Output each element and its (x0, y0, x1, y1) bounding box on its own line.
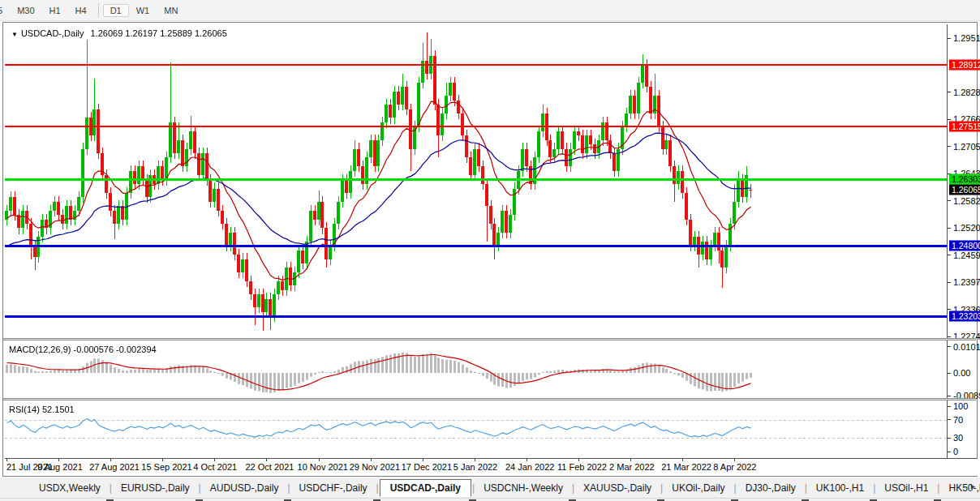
price-axis-tick (948, 336, 951, 337)
rsi-tick-label: 0 (953, 447, 958, 456)
chart-tab-eurusd[interactable]: EURUSD-,Daily (113, 480, 198, 496)
date-tick-label: 10 Nov 2021 (298, 462, 348, 472)
timeframe-button-m30[interactable]: M30 (10, 4, 41, 17)
rsi-value: 52.1501 (42, 405, 75, 414)
rsi-tick-label: 30 (953, 433, 963, 443)
chart-tab-usdcnh[interactable]: USDCNH-,Weekly (475, 480, 571, 496)
price-tick-label: 1.29510 (953, 33, 980, 43)
price-tick-label: 1.23975 (953, 277, 980, 287)
chart-tab-uk100[interactable]: UK100-,H1 (808, 480, 872, 496)
date-tick-label: 9 Aug 2021 (37, 462, 83, 472)
chart-tab-ukoil[interactable]: UKOil-,Daily (664, 480, 733, 496)
date-axis-tick (423, 459, 423, 461)
date-tick-label: 4 Oct 2021 (193, 462, 237, 472)
macd-name: MACD(12,26,9) (9, 345, 71, 354)
date-axis-tick (319, 459, 320, 461)
macd-indicator-label: MACD(12,26,9) -0.000576 -0.002394 (9, 345, 157, 354)
rsi-tick-label: 70 (953, 415, 963, 425)
date-axis-tick (162, 459, 163, 461)
timeframe-toolbar: 5M30H1H4D1W1MN (0, 0, 980, 21)
symbol-dropdown-icon[interactable]: ▼ (11, 31, 18, 38)
macd-axis-tick (948, 346, 951, 347)
macd-tick-label: 0.00 (953, 368, 970, 378)
date-axis-tick (110, 459, 111, 461)
date-tick-label: 27 Aug 2021 (89, 462, 140, 472)
chart-tab-usoil[interactable]: USOil-,H1 (876, 480, 936, 496)
timeframe-button-w1[interactable]: W1 (129, 4, 157, 17)
date-axis-tick (58, 459, 59, 461)
date-tick-label: 22 Oct 2021 (245, 462, 294, 472)
chart-tab-dj30[interactable]: DJ30-,Daily (737, 480, 804, 496)
chart-tab-usdcad[interactable]: USDCAD-,Daily (380, 479, 471, 497)
rsi-axis-tick (948, 438, 951, 439)
date-tick-label: 2 Mar 2022 (609, 462, 655, 472)
rsi-pane-splitter[interactable] (3, 398, 976, 400)
macd-pane-splitter[interactable] (3, 338, 976, 340)
chart-tab-usdx[interactable]: USDX,Weekly (31, 480, 109, 496)
date-tick-label: 29 Nov 2021 (350, 462, 400, 472)
price-badge-resistance-upper: 1.28912 (949, 59, 980, 70)
price-tick-label: 1.28280 (953, 88, 980, 97)
price-badge-current-price: 1.26065 (949, 185, 980, 195)
date-tick-label: 11 Feb 2022 (557, 462, 607, 472)
tab-scroll-right-icon[interactable]: ► (969, 482, 977, 490)
chart-tab-xauusd[interactable]: XAUUSD-,Daily (575, 480, 660, 496)
timeframe-button-5[interactable]: 5 (0, 4, 10, 17)
rsi-indicator-label: RSI(14) 52.1501 (9, 405, 75, 414)
rsi-axis-tick (948, 419, 951, 420)
price-axis-tick (948, 282, 951, 283)
date-tick-label: 24 Jan 2022 (505, 462, 555, 472)
date-axis-tick (734, 459, 735, 461)
date-axis-tick (682, 459, 683, 461)
date-axis-tick (527, 459, 527, 461)
date-axis-tick (214, 459, 215, 461)
date-axis-tick (578, 459, 579, 461)
rsi-tick-label: 100 (953, 401, 968, 411)
price-badge-resistance-lower: 1.27515 (949, 121, 980, 131)
date-tick-label: 8 Apr 2022 (713, 462, 756, 472)
price-axis-tick (948, 309, 951, 310)
price-axis-tick (948, 228, 951, 229)
mt4-terminal: 5M30H1H4D1W1MN ▼USDCAD-,Daily1.26069 1.2… (0, 0, 980, 501)
price-tick-label: 1.24590 (953, 250, 980, 260)
price-axis-tick (948, 92, 951, 92)
date-axis[interactable]: 21 Jul 20219 Aug 202127 Aug 202115 Sep 2… (5, 458, 978, 476)
chart-tab-audusd[interactable]: AUDUSD-,Daily (202, 480, 287, 496)
rsi-axis-tick (948, 406, 951, 407)
price-chart-canvas[interactable] (5, 24, 947, 458)
price-axis-tick (948, 255, 951, 255)
date-axis-tick (371, 459, 372, 461)
rsi-axis-tick (948, 452, 951, 452)
timeframe-button-mn[interactable]: MN (157, 4, 185, 17)
date-axis-tick (475, 459, 475, 461)
macd-axis-tick (948, 396, 951, 396)
macd-tick-label: 0.010127 (953, 342, 980, 352)
price-badge-support-lower: 1.23203 (949, 311, 980, 322)
date-axis-tick (266, 459, 267, 461)
price-axis-tick (948, 200, 951, 201)
date-axis-tick (630, 459, 631, 461)
price-tick-label: 1.27050 (953, 142, 980, 152)
toolbar-separator (98, 3, 99, 18)
price-axis-tick (948, 146, 951, 147)
date-tick-label: 15 Sep 2021 (141, 462, 191, 472)
macd-values: -0.000576 -0.002394 (73, 345, 156, 354)
bottom-strip (0, 498, 980, 501)
price-axis[interactable]: 1.295101.282801.276651.270501.264351.258… (947, 24, 977, 458)
chart-symbol-label: USDCAD-,Daily (21, 28, 84, 38)
timeframe-button-d1[interactable]: D1 (103, 4, 129, 17)
timeframe-button-h4[interactable]: H4 (68, 4, 94, 17)
price-tick-label: 1.25205 (953, 223, 980, 233)
price-axis-tick (948, 119, 951, 120)
chart-tab-usdchf[interactable]: USDCHF-,Daily (291, 480, 376, 496)
price-badge-support-upper: 1.24800 (949, 241, 980, 251)
date-axis-tick (6, 459, 7, 461)
timeframe-button-h1[interactable]: H1 (42, 4, 68, 17)
macd-axis-tick (948, 373, 951, 374)
date-tick-label: 21 Mar 2022 (661, 462, 711, 472)
date-tick-label: 17 Dec 2021 (402, 462, 452, 472)
chart-tabs-bar: USDX,Weekly|EURUSD-,Daily|AUDUSD-,Daily|… (0, 477, 980, 498)
price-tick-label: 1.25820 (953, 196, 980, 206)
chart-window: ▼USDCAD-,Daily1.26069 1.26197 1.25889 1.… (2, 22, 978, 477)
price-axis-tick (948, 38, 951, 39)
